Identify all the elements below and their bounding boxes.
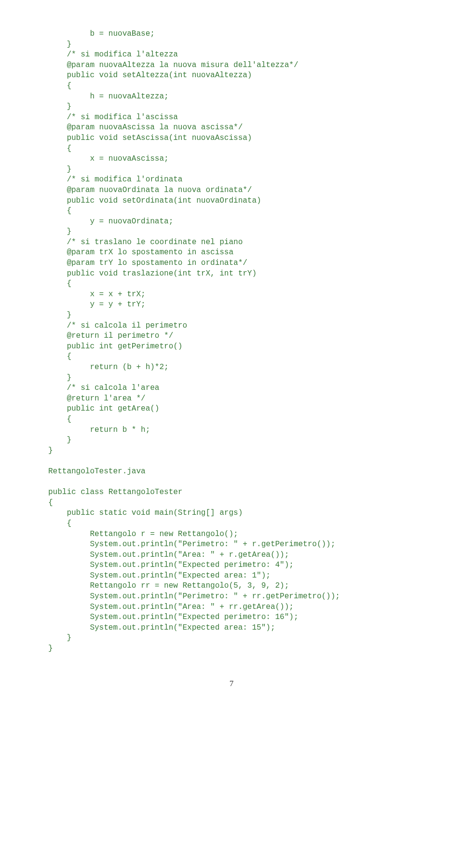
code-line: @param nuovaAltezza la nuova misura dell… xyxy=(48,61,298,69)
code-line: RettangoloTester.java xyxy=(48,467,146,476)
code-line: System.out.println("Perimetro: " + r.get… xyxy=(48,540,335,549)
code-line: @param nuovaOrdinata la nuova ordinata*/ xyxy=(48,186,252,194)
code-line: y = y + trY; xyxy=(48,300,146,309)
code-line: System.out.println("Expected perimetro: … xyxy=(48,613,298,621)
code-line: System.out.println("Area: " + r.getArea(… xyxy=(48,551,289,559)
code-line: /* si calcola l'area xyxy=(48,384,159,392)
code-line: } xyxy=(48,165,71,174)
code-line: { xyxy=(48,82,71,90)
code-line: { xyxy=(48,144,71,153)
code-line: { xyxy=(48,352,71,361)
code-line: { xyxy=(48,279,71,288)
code-line: } xyxy=(48,436,71,444)
code-line: System.out.println("Area: " + rr.getArea… xyxy=(48,603,294,611)
code-line: System.out.println("Expected area: 15"); xyxy=(48,623,275,632)
code-line: @param trY lo spostamento in ordinata*/ xyxy=(48,259,247,267)
code-line: } xyxy=(48,446,53,455)
code-line: } xyxy=(48,40,71,49)
code-line: x = x + trX; xyxy=(48,290,146,299)
code-line: y = nuovaOrdinata; xyxy=(48,217,173,226)
code-line: Rettangolo r = new Rettangolo(); xyxy=(48,530,238,538)
code-line: } xyxy=(48,102,71,111)
code-line: public void setOrdinata(int nuovaOrdinat… xyxy=(48,196,261,205)
code-block: b = nuovaBase; } /* si modifica l'altezz… xyxy=(48,29,415,654)
code-line: public void traslazione(int trX, int trY… xyxy=(48,269,257,278)
code-line: { xyxy=(48,415,71,424)
code-line: } xyxy=(48,634,71,642)
code-line: /* si calcola il perimetro xyxy=(48,321,187,330)
code-line: System.out.println("Expected area: 1"); xyxy=(48,571,271,580)
code-line: @param nuovaAscissa la nuova ascissa*/ xyxy=(48,123,243,132)
code-line: public void setAltezza(int nuovaAltezza) xyxy=(48,71,252,80)
code-line: Rettangolo rr = new Rettangolo(5, 3, 9, … xyxy=(48,581,289,590)
code-line: } xyxy=(48,373,71,382)
code-line: System.out.println("Perimetro: " + rr.ge… xyxy=(48,592,340,601)
code-line: } xyxy=(48,227,71,236)
code-line: } xyxy=(48,311,71,319)
code-line: /* si modifica l'altezza xyxy=(48,50,178,59)
code-line: /* si traslano le coordinate nel piano xyxy=(48,238,243,247)
code-line: { xyxy=(48,498,53,507)
code-line: h = nuovaAltezza; xyxy=(48,92,169,101)
code-line: return b * h; xyxy=(48,426,150,434)
code-line: @return l'area */ xyxy=(48,394,146,403)
code-line: public static void main(String[] args) xyxy=(48,509,243,517)
page-number: 7 xyxy=(48,678,415,689)
code-line: /* si modifica l'ordinata xyxy=(48,175,182,184)
code-line: return (b + h)*2; xyxy=(48,363,169,372)
code-line: public void setAscissa(int nuovaAscissa) xyxy=(48,134,252,142)
code-line: @param trX lo spostamento in ascissa xyxy=(48,248,233,257)
code-line: public class RettangoloTester xyxy=(48,488,182,496)
code-line: public int getPerimetro() xyxy=(48,342,182,351)
code-line: System.out.println("Expected perimetro: … xyxy=(48,561,294,569)
code-line: @return il perimetro */ xyxy=(48,331,173,340)
code-line: b = nuovaBase; xyxy=(48,29,155,38)
code-line: { xyxy=(48,519,71,528)
code-line: { xyxy=(48,207,71,215)
code-line: public int getArea() xyxy=(48,404,159,413)
code-line: x = nuovaAscissa; xyxy=(48,154,169,163)
code-line: } xyxy=(48,644,53,653)
code-line: /* si modifica l'ascissa xyxy=(48,113,178,122)
